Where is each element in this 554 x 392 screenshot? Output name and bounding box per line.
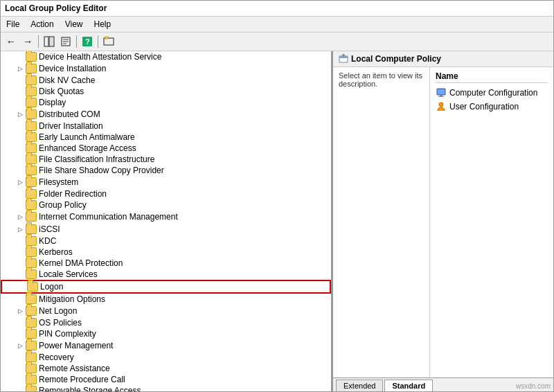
menu-file[interactable]: File: [1, 18, 25, 30]
tree-item-label: Distributed COM: [39, 109, 100, 119]
folder-icon: [26, 52, 37, 62]
help-button[interactable]: ?: [80, 34, 95, 49]
tree-item[interactable]: OS Policies: [1, 317, 331, 328]
tree-item[interactable]: ▷Power Management: [1, 339, 331, 352]
folder-icon: [26, 154, 37, 164]
folder-icon: [26, 375, 37, 384]
folder-icon: [26, 143, 37, 153]
tree-item[interactable]: ▷Device Installation: [1, 62, 331, 75]
menu-help[interactable]: Help: [89, 18, 117, 30]
tree-item[interactable]: Logon: [1, 280, 331, 294]
tree-item-label: File Classification Infrastructure: [39, 154, 154, 164]
tree-item[interactable]: Remote Assistance: [1, 363, 331, 374]
tree-item[interactable]: Early Launch Antimalware: [1, 132, 331, 143]
expand-button[interactable]: ▷: [15, 305, 26, 317]
tree-item-label: Folder Redirection: [39, 189, 107, 199]
tree-item[interactable]: Disk NV Cache: [1, 75, 331, 86]
policy-icon: [339, 54, 348, 64]
tree-item[interactable]: ▷Net Logon: [1, 305, 331, 317]
forward-button[interactable]: →: [20, 34, 35, 49]
folder-icon: [26, 318, 37, 328]
expand-button[interactable]: ▷: [15, 340, 26, 351]
tree-item[interactable]: File Classification Infrastructure: [1, 154, 331, 165]
tree-item-label: Disk Quotas: [39, 87, 84, 96]
folder-icon: [26, 98, 37, 107]
title-bar: Local Group Policy Editor: [1, 1, 553, 17]
tree-item[interactable]: Group Policy: [1, 199, 331, 211]
folder-icon: [26, 132, 37, 142]
folder-icon: [26, 269, 37, 279]
tree-item-label: Disk NV Cache: [39, 75, 95, 85]
menu-view[interactable]: View: [60, 18, 89, 30]
right-list-item[interactable]: User Configuration: [436, 100, 548, 114]
tree-item[interactable]: Kernel DMA Protection: [1, 258, 331, 269]
tree-item-label: Kernel DMA Protection: [39, 258, 123, 268]
properties-button[interactable]: [58, 34, 73, 49]
svg-point-12: [342, 54, 345, 57]
tree-item[interactable]: Remote Procedure Call: [1, 374, 331, 385]
expand-button[interactable]: ▷: [15, 109, 26, 120]
right-pane-header: Local Computer Policy: [333, 51, 553, 67]
tree-item-label: Remote Procedure Call: [39, 375, 125, 384]
tree-item[interactable]: Enhanced Storage Access: [1, 143, 331, 154]
svg-rect-14: [440, 95, 443, 96]
folder-icon: [26, 177, 37, 187]
right-description: Select an item to view its description.: [333, 67, 430, 377]
right-list-item-label: Computer Configuration: [449, 88, 537, 98]
tree-item-label: File Share Shadow Copy Provider: [39, 166, 164, 175]
tree-item[interactable]: ▷Internet Communication Management: [1, 211, 331, 223]
window-title: Local Group Policy Editor: [5, 3, 107, 13]
tree-item-label: Filesystem: [39, 177, 78, 187]
tree-item[interactable]: Driver Installation: [1, 121, 331, 132]
toolbar-separator-1: [38, 35, 39, 48]
right-list-item[interactable]: Computer Configuration: [436, 86, 548, 100]
right-pane: Local Computer Policy Select an item to …: [333, 51, 553, 391]
svg-rect-1: [49, 37, 54, 46]
tree-item[interactable]: Kerberos: [1, 247, 331, 258]
tree-item[interactable]: Locale Services: [1, 269, 331, 280]
tree-item[interactable]: KDC: [1, 235, 331, 247]
expand-button[interactable]: ▷: [15, 211, 26, 222]
tree-item[interactable]: Removable Storage Access: [1, 385, 331, 391]
tree-item-label: Driver Installation: [39, 121, 103, 131]
folder-icon: [26, 189, 37, 199]
tree-item-label: Logon: [40, 282, 63, 292]
tree-item[interactable]: File Share Shadow Copy Provider: [1, 165, 331, 176]
tree-item[interactable]: Display: [1, 97, 331, 108]
menu-action[interactable]: Action: [25, 18, 59, 30]
folder-icon: [26, 258, 37, 268]
extra-button[interactable]: [101, 34, 116, 49]
tree-pane[interactable]: Device Health Attestation Service▷Device…: [1, 51, 333, 391]
tab-extended[interactable]: Extended: [336, 380, 383, 391]
right-list: Name Computer Configuration User Configu…: [430, 67, 553, 377]
svg-point-16: [439, 103, 443, 107]
menu-bar: File Action View Help: [1, 17, 553, 33]
folder-icon: [26, 166, 37, 175]
tree-item[interactable]: Recovery: [1, 352, 331, 363]
right-pane-title: Local Computer Policy: [351, 54, 441, 64]
tree-item[interactable]: ▷iSCSI: [1, 223, 331, 235]
show-hide-button[interactable]: [42, 34, 57, 49]
expand-button[interactable]: ▷: [15, 224, 26, 235]
back-button[interactable]: ←: [3, 34, 19, 49]
tab-standard[interactable]: Standard: [384, 380, 433, 391]
right-content: Select an item to view its description. …: [333, 67, 553, 377]
tree-item[interactable]: ▷Distributed COM: [1, 108, 331, 121]
folder-icon: [26, 247, 37, 257]
tree-item[interactable]: Disk Quotas: [1, 86, 331, 97]
toolbar-separator-2: [76, 35, 77, 48]
tree-item-label: Internet Communication Management: [39, 212, 178, 222]
tree-item[interactable]: Device Health Attestation Service: [1, 51, 331, 62]
folder-icon: [26, 306, 37, 316]
tree-item[interactable]: Folder Redirection: [1, 188, 331, 199]
tree-item-label: Kerberos: [39, 247, 73, 257]
tree-item-label: KDC: [39, 236, 56, 246]
right-list-item-label: User Configuration: [449, 102, 519, 112]
tree-item-label: PIN Complexity: [39, 329, 96, 339]
tree-item[interactable]: PIN Complexity: [1, 328, 331, 339]
tree-item[interactable]: ▷Filesystem: [1, 176, 331, 188]
expand-button[interactable]: ▷: [15, 63, 26, 74]
tree-item[interactable]: Mitigation Options: [1, 294, 331, 305]
tree-item-label: Group Policy: [39, 200, 87, 210]
expand-button[interactable]: ▷: [15, 177, 26, 188]
